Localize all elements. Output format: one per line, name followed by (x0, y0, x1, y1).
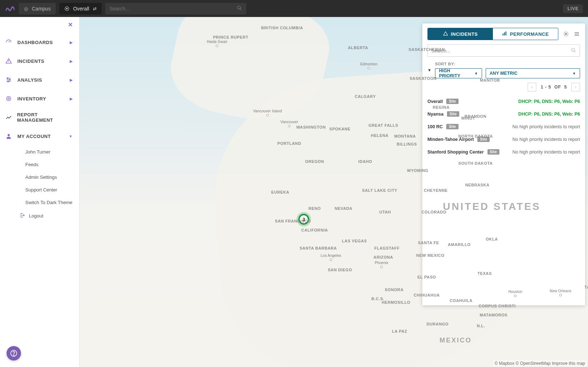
panel-menu-icon[interactable] (574, 31, 580, 37)
nav-inventory[interactable]: INVENTORY ▶ (0, 89, 79, 108)
panel-tabs: INCIDENTS PERFORMANCE (427, 28, 558, 40)
nav-my-account[interactable]: MY ACCOUNT ▼ (0, 127, 79, 146)
map-label: EUREKA (271, 190, 289, 194)
row-name: Nyansa (427, 112, 443, 117)
map-label: SASKATOON (410, 76, 437, 81)
pager-next[interactable]: › (571, 83, 580, 91)
bars-icon (502, 31, 507, 37)
global-search[interactable] (105, 3, 246, 14)
nav-dashboards[interactable]: DASHBOARDS ▶ (0, 33, 79, 52)
site-badge: Site (446, 124, 459, 129)
map-label: Phoenix (375, 261, 388, 265)
incident-row[interactable]: Stanford Shopping Center Site No high pr… (427, 146, 580, 158)
map-label: TALLAHASSEE (584, 285, 588, 289)
svg-point-11 (8, 98, 10, 100)
svg-rect-13 (503, 34, 503, 35)
map-label: Houston (508, 290, 523, 294)
map-label: HELENA (371, 133, 389, 138)
nav-label: ANALYSIS (17, 77, 42, 83)
panel-search[interactable] (427, 44, 580, 57)
sort-priority-select[interactable]: HIGH PRIORITY ▼ (435, 68, 482, 78)
incident-row[interactable]: 100 RC Site No high priority incidents t… (427, 120, 580, 133)
sort-metric-select[interactable]: ANY METRIC ▼ (486, 68, 580, 78)
map-label: LA PAZ (392, 329, 407, 333)
map-label: MONTANA (394, 134, 416, 138)
app-logo (5, 4, 15, 14)
sub-user-name[interactable]: John Turner (0, 146, 79, 158)
map-label: TEXAS (477, 271, 492, 276)
svg-point-0 (237, 6, 240, 9)
map-attribution[interactable]: © Mapbox © OpenStreetMap Improve this ma… (493, 360, 587, 366)
map-label: LAS VEGAS (342, 239, 367, 243)
map-label: Vancouver Island (253, 109, 282, 113)
tab-label: PERFORMANCE (510, 31, 549, 37)
sub-feeds[interactable]: Feeds (0, 158, 79, 171)
map-label: AMARILLO (448, 242, 471, 247)
sub-logout[interactable]: Logout (0, 209, 79, 223)
map-label: REGINA (433, 105, 449, 109)
help-button[interactable] (7, 346, 21, 360)
map-label: MATAMOROS (480, 313, 507, 317)
nav-analysis[interactable]: ANALYSIS ▶ (0, 70, 79, 89)
pager-prev[interactable]: ‹ (528, 83, 536, 91)
panel-search-input[interactable] (431, 48, 571, 53)
campus-selector[interactable]: ◍ Campus (19, 3, 56, 14)
map-label: ARIZONA (374, 255, 393, 259)
map-label: RENO (308, 206, 321, 211)
tab-performance[interactable]: PERFORMANCE (493, 28, 558, 40)
sliders-icon (5, 76, 12, 83)
city-dot (330, 259, 332, 261)
city-dot (216, 45, 218, 47)
map-label: PORTLAND (277, 141, 301, 146)
chevron-down-icon: ▼ (69, 134, 73, 138)
sub-switch-theme[interactable]: Switch To Dark Theme (0, 196, 79, 209)
sort-label: SORT BY: (435, 62, 580, 66)
sub-admin-settings[interactable]: Admin Settings (0, 171, 79, 184)
incidents-panel: INCIDENTS PERFORMANCE (422, 23, 585, 305)
pin-icon: ⦿ (64, 6, 69, 12)
map-label: SOUTH DAKOTA (459, 161, 493, 165)
filter-icon[interactable]: ▼ (427, 68, 431, 72)
live-indicator[interactable]: LIVE (563, 4, 583, 13)
chevron-right-icon: ▶ (70, 59, 73, 63)
caret-down-icon: ▼ (572, 72, 576, 75)
city-dot (267, 114, 269, 117)
nav-report-management[interactable]: REPORT MANAGEMENT (0, 108, 79, 127)
incident-row[interactable]: Minden-Tahoe Airport Site No high priori… (427, 133, 580, 146)
map-label: CHIHUAHUA (414, 293, 440, 297)
overall-selector[interactable]: ⦿ Overall ⇄ (59, 3, 101, 14)
tab-label: INCIDENTS (451, 31, 478, 37)
incident-row[interactable]: Overall Site DHCP: P6, DNS: P6, Web: P6 (427, 95, 580, 108)
map-label: SAN FRANCISCO (275, 219, 311, 223)
target-icon (5, 95, 12, 102)
global-search-input[interactable] (110, 6, 237, 12)
sub-support-center[interactable]: Support Center (0, 184, 79, 196)
panel-settings-icon[interactable] (563, 31, 569, 37)
svg-point-7 (7, 78, 8, 79)
warning-icon (5, 57, 12, 65)
pager-text: 1 - 5 OF 5 (537, 85, 571, 90)
sort-priority-value: HIGH PRIORITY (439, 68, 472, 78)
map-label: NORTH DAKOTA (458, 134, 493, 138)
nav-label: DASHBOARDS (17, 40, 53, 45)
map-label: HERMOSILLO (382, 300, 410, 305)
row-message: DHCP: P6, DNS: P6, Web: P6 (518, 112, 580, 117)
incident-row[interactable]: Nyansa Site DHCP: P6, DNS: P6, Web: P6 (427, 108, 580, 120)
tab-incidents[interactable]: INCIDENTS (428, 28, 493, 40)
map-label: IDAHO (358, 159, 372, 164)
map-label: Haida Gwaii (207, 40, 227, 44)
nav-incidents[interactable]: INCIDENTS ▶ (0, 52, 79, 70)
map-label: SANTA FE (418, 241, 439, 245)
map-label: SPOKANE (329, 127, 351, 131)
sidebar-close-icon[interactable]: ✕ (68, 21, 73, 28)
map-label: New Orleans (550, 289, 571, 293)
map-label: MANITOB (480, 78, 500, 82)
svg-point-8 (9, 79, 10, 81)
site-badge: Site (446, 99, 459, 104)
map-label: ALBERTA (348, 46, 368, 50)
chevron-right-icon: ▶ (70, 78, 73, 82)
warning-icon (443, 31, 448, 37)
map-label: UTAH (379, 210, 391, 214)
map-label: WASHINGTON (296, 125, 326, 129)
map[interactable]: 3 © Mapbox © OpenStreetMap Improve this … (80, 17, 588, 367)
